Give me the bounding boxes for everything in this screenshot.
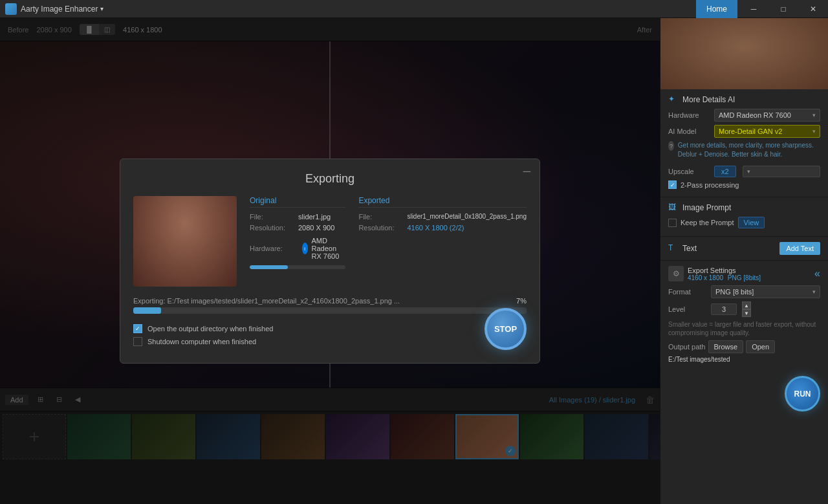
right-sidebar: ✦ More Details AI Hardware AMD Radeon RX… xyxy=(660,18,828,504)
format-value: PNG [8 bits] xyxy=(715,288,754,296)
shutdown-label: Shutdown computer when finished xyxy=(147,338,256,345)
app-logo xyxy=(5,3,17,15)
modal-close-button[interactable]: ─ xyxy=(523,166,530,177)
file-key-2: File: xyxy=(358,213,407,221)
hardware-row: Hardware: i AMD Radeon RX 7600 xyxy=(250,237,345,260)
exported-file-row: File: slider1_moreDetail_0x1800_2pass_1.… xyxy=(358,213,527,221)
export-note: Smaller value = larger file and faster e… xyxy=(668,320,820,337)
image-prompt-icon: 🖼 xyxy=(668,203,679,213)
hardware-select-value: AMD Radeon RX 7600 xyxy=(719,111,791,119)
modal-checkboxes: ✓ Open the output directory when finishe… xyxy=(133,324,527,346)
hardware-val: AMD Radeon RX 7600 xyxy=(312,237,346,260)
export-settings-icon: ⚙ xyxy=(668,266,684,281)
original-file-val: slider1.jpg xyxy=(298,213,331,221)
run-button-container: RUN xyxy=(660,371,828,417)
export-percent: 7% xyxy=(516,297,527,305)
hardware-label: Hardware xyxy=(668,111,710,119)
more-details-title: More Details AI xyxy=(682,95,735,104)
format-select[interactable]: PNG [8 bits] ▾ xyxy=(711,285,820,298)
image-prompt-section: 🖼 Image Prompt Keep the Prompt View xyxy=(660,197,828,237)
run-button[interactable]: RUN xyxy=(785,376,820,411)
original-section-title: Original xyxy=(250,196,345,208)
window-controls: ─ □ ✕ xyxy=(739,0,828,18)
modal-info: Original File: slider1.jpg Resolution: 2… xyxy=(250,196,527,287)
open-dir-label: Open the output directory when finished xyxy=(147,325,273,333)
upscale-badge[interactable]: x2 xyxy=(714,166,736,177)
original-file-row: File: slider1.jpg xyxy=(250,213,345,221)
modal-content: Original File: slider1.jpg Resolution: 2… xyxy=(133,196,527,287)
format-label: Format xyxy=(668,288,707,296)
format-row: Format PNG [8 bits] ▾ xyxy=(668,285,820,298)
intel-icon: i xyxy=(302,243,308,254)
upscale-row: Upscale x2 ▾ xyxy=(668,166,820,177)
shutdown-checkbox[interactable] xyxy=(133,337,142,346)
hardware-dropdown-icon: ▾ xyxy=(812,112,816,118)
resolution-key-2: Resolution: xyxy=(358,224,407,232)
home-button[interactable]: Home xyxy=(696,0,737,18)
output-path-row: Output path Browse Open xyxy=(668,340,820,353)
export-collapse-button[interactable]: « xyxy=(814,268,820,279)
hardware-key: Hardware: xyxy=(250,245,298,252)
two-pass-checkbox[interactable]: ✓ xyxy=(668,181,677,189)
modal-title: Exporting xyxy=(133,172,527,186)
level-stepper: ▲ ▼ xyxy=(742,301,751,317)
ai-model-value: More-Detail GAN v2 xyxy=(719,127,782,135)
export-bits: [8bits] xyxy=(743,274,761,281)
app-title: Aarty Image Enhancer xyxy=(21,5,98,14)
more-details-header: ✦ More Details AI xyxy=(668,94,820,105)
modal-thumbnail xyxy=(133,196,237,287)
minimize-button[interactable]: ─ xyxy=(739,0,768,18)
image-prompt-header: 🖼 Image Prompt xyxy=(668,203,820,213)
exported-info-col: Exported File: slider1_moreDetail_0x1800… xyxy=(358,196,527,269)
ai-model-form-row: AI Model More-Detail GAN v2 ▾ xyxy=(668,125,820,138)
exported-res-val: 4160 X 1800 (2/2) xyxy=(407,224,464,232)
exporting-path: 7% Exporting: E:/Test images/tested/slid… xyxy=(133,297,527,305)
modal-overlay: ─ Exporting Original File: slider1.jpg xyxy=(0,18,660,504)
keep-prompt-label: Keep the Prompt xyxy=(681,219,734,226)
text-section-icon: T xyxy=(668,243,679,254)
level-up-button[interactable]: ▲ xyxy=(742,301,751,309)
format-dropdown-icon: ▾ xyxy=(812,289,816,295)
keep-prompt-checkbox[interactable] xyxy=(668,219,677,227)
help-icon[interactable]: ? xyxy=(668,141,674,151)
export-settings-section: ⚙ Export Settings 4160 x 1800 PNG [8bits… xyxy=(660,261,828,371)
output-path-label: Output path xyxy=(668,343,706,351)
hardware-select[interactable]: AMD Radeon RX 7600 ▾ xyxy=(714,109,820,122)
open-dir-row: ✓ Open the output directory when finishe… xyxy=(133,324,527,333)
ai-model-select[interactable]: More-Detail GAN v2 ▾ xyxy=(714,125,820,138)
more-details-section: ✦ More Details AI Hardware AMD Radeon RX… xyxy=(660,89,828,197)
info-columns: Original File: slider1.jpg Resolution: 2… xyxy=(250,196,527,269)
open-button[interactable]: Open xyxy=(746,340,775,353)
titlebar: Aarty Image Enhancer ▾ Home ─ □ ✕ xyxy=(0,0,828,18)
exported-section-title: Exported xyxy=(358,196,527,208)
shutdown-row: Shutdown computer when finished xyxy=(133,337,527,346)
app-dropdown-arrow[interactable]: ▾ xyxy=(100,5,104,12)
export-settings-header: ⚙ Export Settings 4160 x 1800 PNG [8bits… xyxy=(668,266,820,281)
level-input[interactable]: 3 xyxy=(711,303,737,315)
view-button[interactable]: View xyxy=(738,217,765,228)
stop-button[interactable]: STOP xyxy=(485,308,527,350)
export-res: 4160 x 1800 xyxy=(688,274,723,281)
exported-file-val: slider1_moreDetail_0x1800_2pass_1.png xyxy=(407,213,527,221)
image-prompt-title: Image Prompt xyxy=(682,203,731,212)
sidebar-preview xyxy=(660,18,828,89)
level-down-button[interactable]: ▼ xyxy=(742,309,751,317)
hardware-form-row: Hardware AMD Radeon RX 7600 ▾ xyxy=(668,109,820,122)
export-progress-bar xyxy=(133,307,527,314)
export-settings-sub: 4160 x 1800 PNG [8bits] xyxy=(688,274,811,281)
two-pass-row: ✓ 2-Pass processing xyxy=(668,181,820,189)
export-progress-fill xyxy=(133,307,161,314)
original-res-val: 2080 X 900 xyxy=(298,224,334,232)
browse-button[interactable]: Browse xyxy=(708,340,744,353)
close-button[interactable]: ✕ xyxy=(798,0,828,18)
upscale-select[interactable]: ▾ xyxy=(743,166,820,177)
export-settings-title: Export Settings xyxy=(688,267,811,274)
add-text-button[interactable]: Add Text xyxy=(779,242,820,255)
process-progress-bar xyxy=(250,265,345,269)
export-format: PNG xyxy=(728,274,742,281)
ai-model-dropdown-icon: ▾ xyxy=(812,128,816,135)
restore-button[interactable]: □ xyxy=(768,0,798,18)
ai-model-info: Get more details, more clarity, more sha… xyxy=(678,141,820,159)
open-dir-checkbox[interactable]: ✓ xyxy=(133,324,142,333)
preview-image xyxy=(660,18,828,89)
